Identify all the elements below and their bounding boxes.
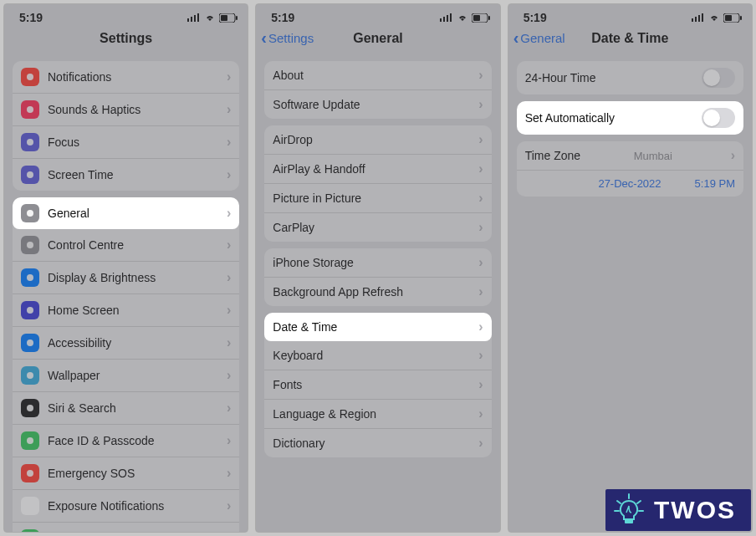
list-row-language-region[interactable]: Language & Region› bbox=[264, 400, 491, 429]
list-row-fonts[interactable]: Fonts› bbox=[264, 370, 491, 400]
settings-row-focus[interactable]: Focus› bbox=[13, 126, 239, 159]
screenshot-general: 5:19 ‹ Settings General About›Software U… bbox=[255, 3, 500, 533]
list-row-date-time[interactable]: Date & Time› bbox=[264, 313, 491, 341]
settings-row-display-brightness[interactable]: Display & Brightness› bbox=[13, 262, 239, 294]
chevron-right-icon: › bbox=[227, 270, 231, 285]
chevron-right-icon: › bbox=[478, 284, 483, 299]
accessibility-icon bbox=[21, 334, 39, 352]
chevron-right-icon: › bbox=[478, 406, 483, 421]
wifi-icon bbox=[457, 13, 468, 22]
row-label: Exposure Notifications bbox=[48, 499, 164, 513]
time-zone-value: Mumbai bbox=[634, 150, 672, 162]
row-label: Accessibility bbox=[48, 336, 111, 350]
chevron-right-icon: › bbox=[227, 206, 231, 221]
chevron-right-icon: › bbox=[227, 498, 231, 513]
back-button[interactable]: ‹ General bbox=[513, 29, 565, 46]
chevron-right-icon: › bbox=[227, 102, 231, 117]
status-time: 5:19 bbox=[271, 11, 294, 24]
chevron-right-icon: › bbox=[227, 237, 231, 253]
chevron-right-icon: › bbox=[478, 220, 483, 235]
screenshot-date-time: 5:19 ‹ General Date & Time 24-Hour Time … bbox=[508, 3, 753, 533]
svg-point-16 bbox=[27, 372, 33, 379]
settings-row-notifications[interactable]: Notifications› bbox=[13, 61, 239, 94]
list-row-about[interactable]: About› bbox=[264, 61, 491, 90]
list-row-airplay-handoff[interactable]: AirPlay & Handoff› bbox=[264, 155, 491, 184]
svg-rect-42 bbox=[625, 519, 633, 523]
signal-icon bbox=[692, 13, 705, 22]
settings-group-2: General›Control Centre›Display & Brightn… bbox=[13, 197, 239, 533]
settings-row-home-screen[interactable]: Home Screen› bbox=[13, 294, 239, 327]
status-time: 5:19 bbox=[524, 11, 547, 24]
switches-icon bbox=[21, 236, 39, 254]
list-row-picture-in-picture[interactable]: Picture in Picture› bbox=[264, 184, 491, 213]
svg-line-39 bbox=[637, 501, 641, 503]
svg-point-10 bbox=[27, 171, 33, 178]
row-label: About bbox=[273, 69, 304, 82]
settings-row-emergency-sos[interactable]: Emergency SOS› bbox=[13, 457, 239, 490]
exposure-icon bbox=[21, 497, 39, 515]
toggle-set-automatically[interactable] bbox=[702, 108, 735, 128]
row-time-zone[interactable]: Time Zone Mumbai › bbox=[517, 141, 743, 171]
chevron-right-icon: › bbox=[227, 303, 231, 318]
row-label: AirDrop bbox=[273, 133, 312, 146]
row-set-automatically[interactable]: Set Automatically bbox=[517, 101, 743, 135]
settings-row-accessibility[interactable]: Accessibility› bbox=[13, 327, 239, 360]
settings-row-control-centre[interactable]: Control Centre› bbox=[13, 229, 239, 262]
chevron-left-icon: ‹ bbox=[513, 29, 519, 46]
settings-row-face-id-passcode[interactable]: Face ID & Passcode› bbox=[13, 425, 239, 457]
list-row-iphone-storage[interactable]: iPhone Storage› bbox=[264, 248, 491, 278]
list-row-software-update[interactable]: Software Update› bbox=[264, 90, 491, 119]
general-group-1: About›Software Update› bbox=[264, 61, 491, 119]
svg-point-12 bbox=[27, 242, 33, 248]
chevron-right-icon: › bbox=[478, 191, 483, 206]
list-row-keyboard[interactable]: Keyboard› bbox=[264, 341, 491, 370]
hourglass-icon bbox=[21, 166, 39, 184]
chevron-right-icon: › bbox=[478, 255, 483, 270]
back-button[interactable]: ‹ Settings bbox=[261, 29, 314, 46]
settings-row-general[interactable]: General› bbox=[13, 197, 239, 229]
list-row-carplay[interactable]: CarPlay› bbox=[264, 213, 491, 242]
chevron-right-icon: › bbox=[478, 161, 483, 176]
chevron-left-icon: ‹ bbox=[261, 29, 267, 46]
row-24-hour-time[interactable]: 24-Hour Time bbox=[517, 61, 743, 94]
list-row-dictionary[interactable]: Dictionary› bbox=[264, 429, 491, 457]
svg-rect-5 bbox=[221, 15, 227, 21]
row-label: Sounds & Haptics bbox=[48, 103, 140, 116]
settings-row-exposure-notifications[interactable]: Exposure Notifications› bbox=[13, 490, 239, 523]
battery-icon bbox=[219, 13, 238, 23]
row-label: Background App Refresh bbox=[273, 285, 403, 299]
svg-point-18 bbox=[27, 437, 33, 444]
settings-row-wallpaper[interactable]: Wallpaper› bbox=[13, 360, 239, 392]
row-date-time-values[interactable]: 27-Dec-2022 5:19 PM bbox=[517, 171, 743, 197]
battery-icon bbox=[723, 13, 742, 23]
chevron-right-icon: › bbox=[478, 377, 483, 392]
grid-icon bbox=[21, 301, 39, 319]
chevron-right-icon: › bbox=[478, 97, 483, 112]
settings-group-2-wrap: General›Control Centre›Display & Brightn… bbox=[13, 197, 239, 533]
settings-row-battery[interactable]: Battery› bbox=[13, 523, 239, 533]
time-value: 5:19 PM bbox=[695, 177, 735, 190]
flower-icon bbox=[21, 366, 39, 385]
status-bar: 5:19 bbox=[256, 4, 499, 26]
row-label: Date & Time bbox=[273, 320, 337, 334]
settings-group-1: Notifications›Sounds & Haptics›Focus›Scr… bbox=[13, 61, 239, 191]
signal-icon bbox=[187, 13, 201, 22]
speaker-icon bbox=[21, 100, 39, 119]
row-label: Language & Region bbox=[273, 407, 376, 421]
svg-rect-28 bbox=[473, 15, 480, 21]
settings-row-siri-search[interactable]: Siri & Search› bbox=[13, 392, 239, 425]
chevron-right-icon: › bbox=[227, 69, 231, 84]
settings-row-screen-time[interactable]: Screen Time› bbox=[13, 159, 239, 191]
list-row-airdrop[interactable]: AirDrop› bbox=[264, 125, 491, 155]
list-row-background-app-refresh[interactable]: Background App Refresh› bbox=[264, 278, 491, 306]
chevron-right-icon: › bbox=[227, 335, 231, 350]
settings-row-sounds-haptics[interactable]: Sounds & Haptics› bbox=[13, 94, 239, 126]
toggle-24-hour[interactable] bbox=[702, 68, 735, 88]
row-label: Dictionary bbox=[273, 436, 324, 450]
date-time-group-2: Time Zone Mumbai › 27-Dec-2022 5:19 PM bbox=[517, 141, 743, 197]
gear-icon bbox=[21, 204, 39, 222]
row-label: Picture in Picture bbox=[273, 191, 361, 205]
twos-watermark: TWOS bbox=[605, 489, 751, 531]
page-title: Settings bbox=[100, 31, 152, 45]
chevron-right-icon: › bbox=[478, 68, 483, 83]
